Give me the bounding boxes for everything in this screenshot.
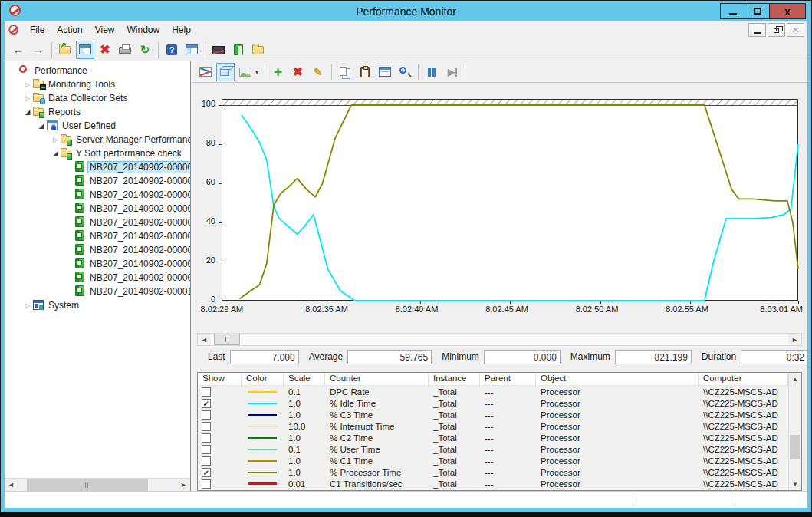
scroll-right-icon[interactable]: ►: [177, 479, 190, 491]
show-checkbox[interactable]: [202, 387, 211, 397]
close-button[interactable]: x: [769, 3, 806, 19]
maximize-button[interactable]: [745, 3, 770, 19]
book-button[interactable]: [229, 41, 248, 59]
tree-item-performance[interactable]: Performance: [5, 64, 190, 77]
column-header-parent[interactable]: Parent: [480, 373, 536, 385]
menu-view[interactable]: View: [89, 22, 121, 38]
properties-button[interactable]: [376, 63, 394, 81]
tree-expander-icon[interactable]: ▷: [51, 137, 60, 143]
column-header-object[interactable]: Object: [536, 373, 699, 385]
legend-row--processor-time[interactable]: ✓1.0% Processor Time_Total---Processor\\…: [198, 466, 788, 478]
tree-item-nb207-20140902-000003[interactable]: NB207_20140902-000003: [5, 188, 190, 202]
tree-item-nb207-20140902-000007[interactable]: NB207_20140902-000007: [5, 243, 190, 257]
menu-help[interactable]: Help: [166, 22, 197, 38]
help-button[interactable]: ?: [163, 41, 181, 59]
menu-file[interactable]: File: [24, 22, 51, 38]
column-header-show[interactable]: Show: [198, 373, 242, 385]
zoom-button[interactable]: +: [396, 63, 414, 81]
legend-row--interrupt-time[interactable]: 10.0% Interrupt Time_Total---Processor\\…: [198, 420, 788, 432]
tree-item-user-defined[interactable]: ◢User Defined: [5, 119, 190, 133]
column-header-scale[interactable]: Scale: [284, 373, 325, 385]
column-header-computer[interactable]: Computer: [699, 373, 788, 385]
legend-row--c3-time[interactable]: 1.0% C3 Time_Total---Processor\\CZ225-MS…: [198, 409, 788, 420]
highlight-button[interactable]: ✎: [309, 63, 327, 81]
tree-expander-icon[interactable]: ◢: [51, 150, 60, 157]
tree-item-system[interactable]: ▷System: [5, 298, 190, 312]
tree-item-nb207-20140902-000004[interactable]: NB207_20140902-000004: [5, 202, 190, 216]
show-checkbox[interactable]: [202, 445, 211, 454]
change-graph-type-button[interactable]: [236, 63, 255, 81]
time-scroll-left-icon[interactable]: ◄: [198, 334, 211, 345]
show-hide-console-tree-button[interactable]: [76, 41, 94, 59]
tree-item-nb207-20140902-000008[interactable]: NB207_20140902-000008: [5, 257, 190, 271]
back-button[interactable]: ←: [9, 41, 28, 59]
tree-expander-icon[interactable]: ▷: [23, 81, 32, 88]
show-checkbox[interactable]: [202, 456, 211, 466]
delete-counter-button[interactable]: ✖: [289, 63, 307, 81]
tree-item-nb207-20140902-000001[interactable]: NB207_20140902-000001: [5, 160, 190, 174]
tree-item-nb207-20140902-000009[interactable]: NB207_20140902-000009: [5, 271, 190, 285]
show-checkbox[interactable]: [202, 410, 211, 420]
tree-item-nb207-20140902-000010[interactable]: NB207_20140902-000010: [5, 285, 190, 298]
copy-properties-button[interactable]: [336, 63, 354, 81]
tree-item-nb207-20140902-000002[interactable]: NB207_20140902-000002: [5, 174, 190, 188]
mdi-restore-button[interactable]: [768, 23, 785, 37]
folder-button[interactable]: [249, 41, 268, 59]
show-checkbox[interactable]: [202, 422, 211, 431]
show-checkbox[interactable]: [202, 479, 211, 489]
tree-item-nb207-20140902-000006[interactable]: NB207_20140902-000006: [5, 229, 190, 243]
tree-item-reports[interactable]: ◢Reports: [5, 105, 190, 119]
time-scrollbar-thumb[interactable]: [214, 334, 240, 345]
title-bar[interactable]: Performance Monitor x: [5, 1, 807, 21]
legend-row-c1-transitions-sec[interactable]: 0.01C1 Transitions/sec_Total---Processor…: [198, 478, 788, 489]
legend-row--c2-time[interactable]: 1.0% C2 Time_Total---Processor\\CZ225-MS…: [198, 432, 788, 443]
forward-button[interactable]: →: [29, 41, 48, 59]
tree-expander-icon[interactable]: ◢: [23, 108, 32, 116]
legend-scrollbar-thumb[interactable]: [790, 435, 800, 459]
paste-counter-list-button[interactable]: [356, 63, 374, 81]
menu-action[interactable]: Action: [51, 22, 88, 38]
add-counter-button[interactable]: +: [269, 63, 288, 81]
time-scroll-right-icon[interactable]: ►: [788, 334, 801, 345]
tree-item-nb207-20140902-000005[interactable]: NB207_20140902-000005: [5, 216, 190, 229]
menu-window[interactable]: Window: [121, 22, 166, 38]
tree-expander-icon[interactable]: ▷: [23, 302, 32, 309]
graph-type-dropdown-icon[interactable]: ▾: [255, 68, 259, 76]
minimize-button[interactable]: [720, 3, 745, 19]
print-button[interactable]: [116, 41, 134, 59]
freeze-display-button[interactable]: [422, 63, 441, 81]
column-header-instance[interactable]: Instance: [429, 373, 480, 385]
tree-item-server-manager-performance[interactable]: ▷Server Manager Performance: [5, 133, 190, 147]
scroll-left-icon[interactable]: ◄: [5, 479, 18, 491]
export-button[interactable]: ↗: [56, 41, 74, 59]
column-header-color[interactable]: Color: [242, 373, 284, 385]
tree-item-y-soft-performance-check[interactable]: ◢Y Soft performance check: [5, 147, 190, 160]
time-range-scrollbar[interactable]: ◄ ►: [197, 333, 802, 346]
tree-item-data-collector-sets[interactable]: ▷Data Collector Sets: [5, 91, 190, 105]
legend-row--user-time[interactable]: 0.1% User Time_Total---Processor\\CZ225-…: [198, 443, 788, 455]
view-log-data-button[interactable]: [216, 63, 235, 81]
mdi-close-button[interactable]: ✕: [787, 23, 804, 37]
legend-vertical-scrollbar[interactable]: ▲ ▼: [788, 373, 801, 490]
tree-expander-icon[interactable]: ▷: [23, 95, 32, 102]
chart-tool-button[interactable]: [209, 41, 228, 59]
legend-row--idle-time[interactable]: ✓1.0% Idle Time_Total---Processor\\CZ225…: [198, 397, 788, 409]
refresh-button[interactable]: ↻: [136, 41, 154, 59]
show-checkbox[interactable]: ✓: [202, 468, 211, 477]
legend-scroll-down-icon[interactable]: ▼: [789, 478, 801, 490]
new-window-button[interactable]: [182, 41, 201, 59]
update-data-button[interactable]: ▶: [442, 63, 461, 81]
show-checkbox[interactable]: ✓: [202, 399, 211, 408]
column-header-counter[interactable]: Counter: [325, 373, 429, 385]
tree-item-monitoring-tools[interactable]: ▷Monitoring Tools: [5, 77, 190, 91]
mdi-minimize-button[interactable]: [748, 23, 766, 37]
legend-scroll-up-icon[interactable]: ▲: [789, 373, 801, 385]
tree-expander-icon[interactable]: ◢: [37, 122, 46, 130]
tree-horizontal-scrollbar[interactable]: ◄ ►: [5, 478, 190, 491]
show-checkbox[interactable]: [202, 433, 211, 443]
delete-button[interactable]: ✖: [96, 41, 114, 59]
view-current-activity-button[interactable]: [196, 63, 215, 81]
legend-row--c1-time[interactable]: 1.0% C1 Time_Total---Processor\\CZ225-MS…: [198, 455, 788, 466]
legend-row-dpc-rate[interactable]: 0.1DPC Rate_Total---Processor\\CZ225-MSC…: [198, 386, 788, 397]
tree-scrollbar-thumb[interactable]: [27, 479, 148, 491]
